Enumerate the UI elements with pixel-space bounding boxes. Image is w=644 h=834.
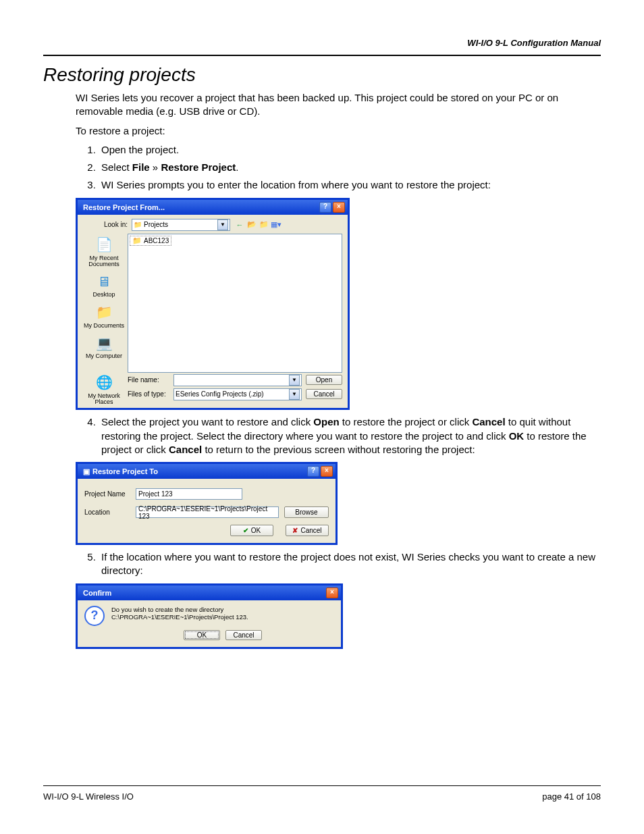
x-icon: ✘ <box>292 527 298 534</box>
recent-label: My Recent Documents <box>80 255 128 268</box>
footer-left: WI-I/O 9-L Wireless I/O <box>43 791 134 802</box>
step-3: WI Series prompts you to enter the locat… <box>99 178 601 192</box>
places-bar: 📄 My Recent Documents 🖥 Desktop 📁 My Doc… <box>80 234 128 373</box>
step-2-post: . <box>236 161 238 173</box>
lookin-label: Look in: <box>99 221 128 228</box>
step-1: Open the project. <box>99 143 601 157</box>
check-icon: ✔ <box>243 527 248 534</box>
sidebar-item-mydocs[interactable]: 📁 My Documents <box>80 304 128 329</box>
sidebar-item-recent[interactable]: 📄 My Recent Documents <box>80 236 128 268</box>
step-3-text: WI Series prompts you to enter the locat… <box>101 179 491 190</box>
dialog-title-text: Restore Project From... <box>80 203 165 211</box>
ok-button[interactable]: OK <box>184 630 220 640</box>
dialog-title-text: Confirm <box>80 589 111 597</box>
chevron-down-icon[interactable]: ▼ <box>289 389 300 400</box>
mydocs-icon: 📁 <box>95 304 113 321</box>
up-folder-icon[interactable]: 📂 <box>246 219 257 230</box>
step-2: Select File » Restore Project. <box>99 161 601 174</box>
confirm-dialog: Confirm × ? Do you wish to create the ne… <box>76 583 343 649</box>
file-list-pane[interactable]: 📁 ABC123 <box>128 234 342 373</box>
ok-button[interactable]: ✔OK <box>230 525 273 536</box>
step-1-text: Open the project. <box>101 144 179 155</box>
filename-label: File name: <box>128 376 169 384</box>
close-button[interactable]: × <box>333 202 345 213</box>
desktop-icon: 🖥 <box>95 273 113 290</box>
step-5-text: If the location where you want to restor… <box>101 551 595 576</box>
help-button[interactable]: ? <box>319 202 331 213</box>
project-name-label: Project Name <box>84 490 130 498</box>
footer-rule <box>43 785 601 786</box>
lead-paragraph: To restore a project: <box>76 124 601 138</box>
steps-list-cont: Select the project you want to restore a… <box>76 415 601 457</box>
restore-to-dialog: ▣Restore Project To ? × Project Name Pro… <box>76 462 338 545</box>
new-folder-icon[interactable]: 📁 <box>259 219 269 230</box>
confirm-message: Do you wish to create the new directory … <box>111 606 334 621</box>
folder-icon: 📁 <box>134 221 142 228</box>
cancel-button[interactable]: Cancel <box>225 630 262 640</box>
lookin-combo[interactable]: 📁 Projects ▼ <box>132 219 230 231</box>
cancel-button[interactable]: Cancel <box>306 389 342 399</box>
folder-icon: 📁 <box>132 236 142 245</box>
header-rule <box>43 55 601 56</box>
project-name-input[interactable]: Project 123 <box>136 488 242 500</box>
s4-open: Open <box>313 416 339 427</box>
s4-cancel2: Cancel <box>169 444 202 455</box>
close-button[interactable]: × <box>326 588 338 598</box>
recent-icon: 📄 <box>95 236 113 254</box>
step-2-restore: Restore Project <box>161 161 236 173</box>
step-2-mid: » <box>150 161 161 173</box>
step-5: If the location where you want to restor… <box>99 550 601 578</box>
cancel-button[interactable]: ✘Cancel <box>286 525 329 536</box>
back-icon[interactable]: ← <box>234 219 245 230</box>
section-title: Restoring projects <box>43 64 601 86</box>
restore-from-dialog: Restore Project From... ? × Look in: 📁 P… <box>76 198 350 411</box>
desktop-label: Desktop <box>80 292 128 298</box>
toolbar-icons: ← 📂 📁 ▦▾ <box>234 219 281 230</box>
manual-header: WI-I/O 9-L Configuration Manual <box>43 38 601 48</box>
sidebar-item-desktop[interactable]: 🖥 Desktop <box>80 273 128 298</box>
step-4: Select the project you want to restore a… <box>99 415 601 457</box>
app-icon: ▣ <box>83 467 90 475</box>
filetype-label: Files of type: <box>128 390 169 398</box>
steps-list: Open the project. Select File » Restore … <box>76 143 601 192</box>
help-button[interactable]: ? <box>307 466 319 477</box>
filetype-combo[interactable]: ESeries Config Projects (.zip) ▼ <box>173 388 302 400</box>
mydocs-label: My Documents <box>80 323 128 329</box>
filename-input[interactable]: ▼ <box>173 374 302 386</box>
intro-paragraph: WI Series lets you recover a project tha… <box>76 91 601 119</box>
location-label: Location <box>84 509 130 516</box>
location-input[interactable]: C:\PROGRA~1\ESERIE~1\Projects\Project 12… <box>136 506 279 518</box>
s4-ok: OK <box>509 430 525 442</box>
mycomp-icon: 💻 <box>95 334 113 352</box>
dialog-titlebar: Confirm × <box>78 585 341 600</box>
s4a: Select the project you want to restore a… <box>101 416 313 427</box>
views-icon[interactable]: ▦▾ <box>271 219 281 230</box>
open-button[interactable]: Open <box>306 375 342 385</box>
sidebar-item-mycomp[interactable]: 💻 My Computer <box>80 334 128 359</box>
file-item[interactable]: 📁 ABC123 <box>130 236 171 246</box>
sidebar-item-network[interactable]: 🌐 My Network Places <box>80 374 128 406</box>
close-button[interactable]: × <box>321 466 333 477</box>
dialog-titlebar: ▣Restore Project To ? × <box>78 464 336 479</box>
filetype-value: ESeries Config Projects (.zip) <box>176 390 264 398</box>
question-icon: ? <box>84 606 105 626</box>
lookin-value: Projects <box>144 221 168 228</box>
step-2-file: File <box>132 161 150 173</box>
step-2-pre: Select <box>101 161 132 173</box>
dialog-titlebar: Restore Project From... ? × <box>78 200 348 215</box>
footer-right: page 41 of 108 <box>542 791 601 802</box>
page-footer: WI-I/O 9-L Wireless I/O page 41 of 108 <box>43 785 601 802</box>
s4e: to return to the previous screen without… <box>202 444 475 455</box>
file-item-label: ABC123 <box>144 237 169 244</box>
steps-list-cont2: If the location where you want to restor… <box>76 550 601 578</box>
network-icon: 🌐 <box>95 374 113 392</box>
chevron-down-icon[interactable]: ▼ <box>289 375 300 386</box>
dialog-title-text: ▣Restore Project To <box>80 467 158 476</box>
chevron-down-icon[interactable]: ▼ <box>217 219 228 230</box>
mycomp-label: My Computer <box>80 353 128 359</box>
network-label: My Network Places <box>80 393 128 406</box>
browse-button[interactable]: Browse <box>284 506 329 518</box>
s4-cancel: Cancel <box>472 416 505 427</box>
s4b: to restore the project or click <box>340 416 473 427</box>
